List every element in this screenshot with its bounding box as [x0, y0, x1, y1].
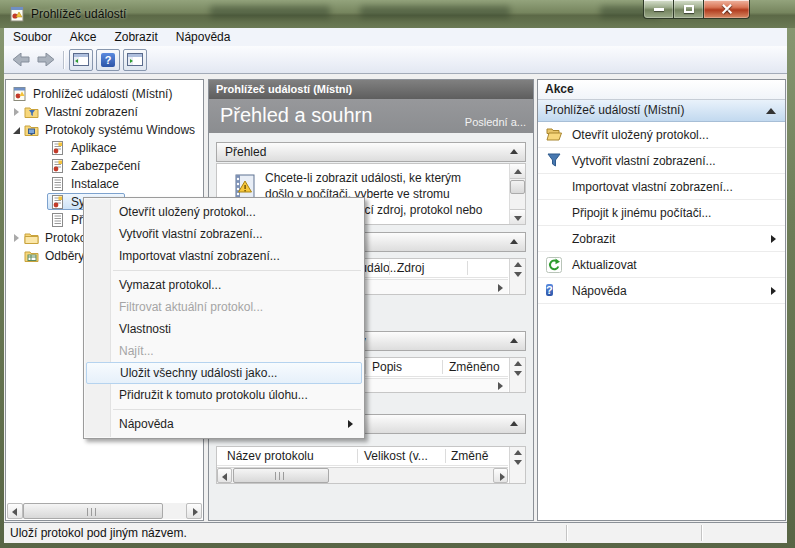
action-open-saved-log[interactable]: Otevřít uložený protokol... [538, 122, 785, 148]
action-label: Importovat vlastní zobrazení... [572, 180, 733, 194]
expander-collapsed-icon[interactable] [12, 107, 22, 117]
scroll-down-icon[interactable] [512, 369, 523, 378]
menu-item-import-custom-view[interactable]: Importovat vlastní zobrazení... [85, 245, 363, 267]
back-icon[interactable] [10, 52, 32, 68]
action-create-custom-view[interactable]: Vytvořit vlastní zobrazení... [538, 148, 785, 174]
event-viewer-window: { "window": { "title": "Prohlížeč událos… [0, 0, 795, 548]
expander-expanded-icon[interactable] [12, 125, 22, 135]
scroll-up-icon[interactable] [512, 260, 523, 269]
column-header[interactable]: Změně [451, 449, 488, 463]
menu-help[interactable]: Nápověda [167, 29, 240, 45]
table-vertical-scroller[interactable] [509, 259, 525, 294]
scrollbar-grip [87, 508, 99, 516]
tree-item-root[interactable]: Prohlížeč událostí (Místní) [6, 85, 203, 103]
menu-action[interactable]: Akce [61, 29, 106, 45]
column-separator[interactable] [467, 261, 468, 275]
tree-item-label: Odběry [42, 249, 87, 263]
tree-item-label: Vlastní zobrazení [42, 105, 141, 119]
column-separator[interactable] [365, 360, 366, 374]
minimize-button[interactable] [643, 0, 674, 19]
scroll-up-icon[interactable] [510, 164, 525, 179]
overview-vertical-scrollbar[interactable] [509, 164, 525, 224]
action-refresh[interactable]: Aktualizovat [538, 252, 785, 278]
scrollbar-thumb[interactable] [23, 503, 163, 519]
column-header[interactable]: Zdroj [397, 261, 424, 275]
scroll-left-icon[interactable] [7, 503, 23, 519]
menu-item-save-all-events-as[interactable]: Uložit všechny události jako... [86, 362, 362, 384]
column-separator[interactable] [357, 449, 358, 463]
collapse-icon[interactable] [510, 421, 518, 426]
column-header[interactable]: Velikost (v... [364, 449, 428, 463]
tree-item-security[interactable]: Zabezpečení [6, 157, 203, 175]
scrollbar-thumb[interactable] [233, 468, 329, 483]
menu-item-clear-log[interactable]: Vymazat protokol... [85, 274, 363, 296]
show-action-pane-button[interactable] [123, 49, 147, 71]
expander-collapsed-icon[interactable] [12, 233, 22, 243]
action-view[interactable]: Zobrazit [538, 226, 785, 252]
column-header[interactable]: Popis [372, 360, 402, 374]
tree-horizontal-scrollbar[interactable] [7, 503, 202, 519]
collapse-icon[interactable] [510, 239, 518, 244]
statusbar: Uloží protokol pod jiným názvem. [4, 522, 787, 543]
scroll-right-icon[interactable] [493, 468, 508, 483]
actions-pane: Akce Prohlížeč událostí (Místní) Otevřít… [537, 79, 786, 521]
menu-item-properties[interactable]: Vlastnosti [85, 318, 363, 340]
show-console-tree-button[interactable] [69, 49, 93, 71]
column-header[interactable]: Název protokolu [227, 449, 314, 463]
titlebar[interactable]: Prohlížeč událostí [0, 0, 795, 28]
menu-item-attach-task[interactable]: Přidružit k tomuto protokolu úlohu... [85, 384, 363, 406]
maximize-button[interactable] [674, 0, 704, 19]
forward-icon[interactable] [34, 52, 56, 68]
action-label: Nápověda [572, 284, 627, 298]
scrollbar-thumb[interactable] [510, 180, 525, 194]
scroll-right-icon[interactable] [186, 503, 202, 519]
column-separator[interactable] [442, 360, 443, 374]
scroll-down-icon[interactable] [510, 209, 525, 224]
menu-item-open-saved-log[interactable]: Otevřít uložený protokol... [85, 201, 363, 223]
scroll-right-icon[interactable] [496, 283, 506, 293]
section-header-overview[interactable]: Přehled [216, 142, 526, 162]
toolbar: ? [4, 46, 787, 74]
glass-artifact [210, 6, 330, 18]
action-import-custom-view[interactable]: Importovat vlastní zobrazení... [538, 174, 785, 200]
tree-item-setup[interactable]: Instalace [6, 175, 203, 193]
maximize-icon [684, 5, 694, 13]
status-text: Uloží protokol pod jiným názvem. [10, 526, 187, 540]
table-vertical-scroller[interactable] [509, 447, 525, 483]
column-separator[interactable] [445, 449, 446, 463]
action-connect-to-computer[interactable]: Připojit k jinému počítači... [538, 200, 785, 226]
tree-item-application[interactable]: Aplikace [6, 139, 203, 157]
collapse-icon[interactable] [766, 108, 776, 114]
table-vertical-scroller[interactable] [509, 358, 525, 392]
column-separator[interactable] [389, 261, 390, 275]
scroll-up-icon[interactable] [512, 448, 523, 457]
menu-item-help[interactable]: Nápověda [85, 413, 363, 435]
menu-file[interactable]: Soubor [4, 29, 61, 45]
overview-banner: Přehled a souhrn Poslední a... [209, 99, 533, 133]
scroll-up-icon[interactable] [512, 359, 523, 368]
tree-item-custom-views[interactable]: Vlastní zobrazení [6, 103, 203, 121]
log-admin-icon [50, 195, 65, 209]
scroll-down-icon[interactable] [512, 458, 523, 467]
column-header[interactable]: Změněno [449, 360, 500, 374]
overview-text-line: Chcete-li zobrazit události, ke kterým [265, 170, 501, 186]
open-folder-icon [546, 127, 562, 143]
action-label: Zobrazit [572, 232, 615, 246]
scroll-right-icon[interactable] [496, 381, 506, 391]
window-title: Prohlížeč událostí [31, 7, 126, 21]
tree-item-windows-logs[interactable]: Protokoly systému Windows [6, 121, 203, 139]
actions-group-header[interactable]: Prohlížeč událostí (Místní) [538, 100, 785, 122]
menu-item-create-custom-view[interactable]: Vytvořit vlastní zobrazení... [85, 223, 363, 245]
scroll-left-icon[interactable] [217, 468, 232, 483]
actions-pane-title: Akce [538, 80, 785, 100]
collapse-icon[interactable] [510, 149, 518, 154]
close-button[interactable] [704, 0, 750, 19]
menu-view[interactable]: Zobrazit [105, 29, 166, 45]
table-horizontal-scrollbar[interactable] [217, 467, 508, 483]
action-help[interactable]: ? Nápověda [538, 278, 785, 304]
help-toolbar-button[interactable]: ? [96, 49, 120, 71]
submenu-arrow-icon [348, 420, 353, 428]
tree-item-label: Protokoly systému Windows [42, 123, 198, 137]
scroll-down-icon[interactable] [512, 270, 523, 279]
collapse-icon[interactable] [510, 338, 518, 343]
